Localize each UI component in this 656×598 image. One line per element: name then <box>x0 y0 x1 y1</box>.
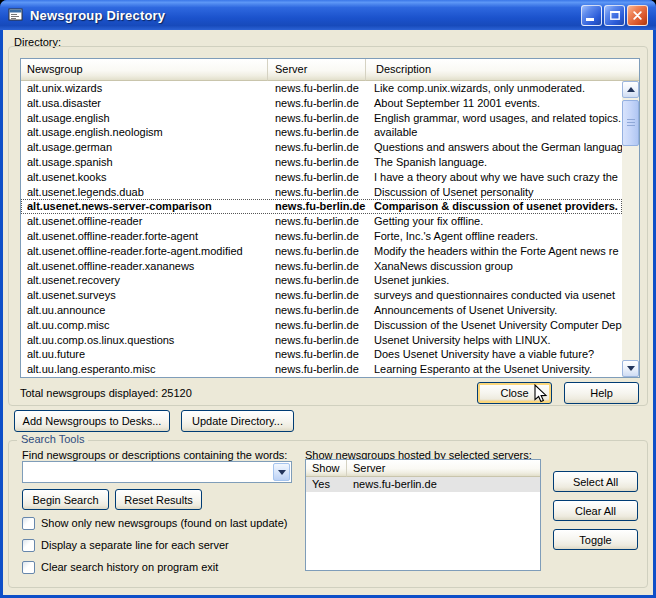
table-row[interactable]: alt.usenet.legends.duabnews.fu-berlin.de… <box>21 185 622 200</box>
cell-server: news.fu-berlin.de <box>268 347 366 362</box>
checkbox-unchecked-icon[interactable] <box>22 561 35 574</box>
maximize-button[interactable] <box>604 5 625 26</box>
table-row[interactable]: alt.uu.lang.esperanto.miscnews.fu-berlin… <box>21 362 622 377</box>
cell-server: news.fu-berlin.de <box>268 303 366 318</box>
cell-server: news.fu-berlin.de <box>268 333 366 348</box>
search-words-combobox[interactable] <box>22 461 292 483</box>
close-icon <box>633 11 642 20</box>
table-row[interactable]: alt.usenet.offline-readernews.fu-berlin.… <box>21 214 622 229</box>
search-words-input[interactable] <box>23 462 272 482</box>
app-icon <box>8 7 24 23</box>
search-tools-caption: Search Tools <box>17 433 88 445</box>
reset-results-button[interactable]: Reset Results <box>115 489 202 510</box>
cell-description: Usenet University helps with LINUX. <box>366 333 622 348</box>
column-header-show[interactable]: Show <box>306 460 347 477</box>
column-header-newsgroup[interactable]: Newsgroup <box>21 59 268 81</box>
maximize-icon <box>610 11 620 20</box>
cell-newsgroup: alt.usenet.offline-reader <box>21 214 268 229</box>
total-newsgroups-label: Total newsgroups displayed: 25120 <box>20 387 192 399</box>
cell-newsgroup: alt.usage.spanish <box>21 155 268 170</box>
cell-newsgroup: alt.unix.wizards <box>21 81 268 96</box>
table-row[interactable]: alt.unix.wizardsnews.fu-berlin.deLike co… <box>21 81 622 96</box>
scrollbar-thumb[interactable] <box>622 100 639 146</box>
combo-dropdown-button[interactable] <box>273 463 290 481</box>
checkbox-option[interactable]: Display a separate line for each server <box>22 538 287 552</box>
cell-server: news.fu-berlin.de <box>268 318 366 333</box>
cell-server: news.fu-berlin.de <box>268 273 366 288</box>
table-row[interactable]: alt.usenet.surveysnews.fu-berlin.desurve… <box>21 288 622 303</box>
vertical-scrollbar[interactable] <box>622 81 639 377</box>
cell-server: news.fu-berlin.de <box>268 229 366 244</box>
checkbox-unchecked-icon[interactable] <box>22 539 35 552</box>
table-row[interactable]: alt.usage.germannews.fu-berlin.deQuestio… <box>21 140 622 155</box>
cell-newsgroup: alt.usage.english.neologism <box>21 125 268 140</box>
newsgroup-directory-window: Newsgroup Directory Directory: Newsgroup… <box>0 0 656 598</box>
cell-newsgroup: alt.usa.disaster <box>21 96 268 111</box>
cell-newsgroup: alt.uu.comp.os.linux.questions <box>21 333 268 348</box>
checkbox-unchecked-icon[interactable] <box>22 517 35 530</box>
minimize-icon <box>586 18 594 21</box>
clear-all-button[interactable]: Clear All <box>553 500 638 521</box>
cell-description: Announcements of Usenet University. <box>366 303 622 318</box>
cell-newsgroup: alt.usenet.kooks <box>21 170 268 185</box>
table-row[interactable]: alt.usenet.offline-reader.xananewsnews.f… <box>21 259 622 274</box>
cell-description: Like comp.unix.wizards, only unmoderated… <box>366 81 622 96</box>
window-title: Newsgroup Directory <box>30 8 165 23</box>
scrollbar-track[interactable] <box>622 98 639 360</box>
find-words-label: Find newsgroups or descriptions containi… <box>22 449 287 461</box>
begin-search-button[interactable]: Begin Search <box>22 489 109 510</box>
server-row[interactable]: Yesnews.fu-berlin.de <box>306 477 540 492</box>
table-row[interactable]: alt.usage.englishnews.fu-berlin.deEnglis… <box>21 111 622 126</box>
server-list-body: Yesnews.fu-berlin.de <box>306 477 540 492</box>
cell-newsgroup: alt.uu.future <box>21 347 268 362</box>
cell-description: I have a theory about why we have such c… <box>366 170 622 185</box>
table-row[interactable]: alt.usa.disasternews.fu-berlin.deAbout S… <box>21 96 622 111</box>
table-row[interactable]: alt.uu.comp.miscnews.fu-berlin.deDiscuss… <box>21 318 622 333</box>
newsgroup-list-header: Newsgroup Server Description <box>21 59 639 81</box>
scroll-down-button[interactable] <box>622 360 639 377</box>
cell-server: news.fu-berlin.de <box>268 362 366 377</box>
cell-description: Modify the headers within the Forte Agen… <box>366 244 622 259</box>
minimize-button[interactable] <box>581 5 602 26</box>
column-header-server[interactable]: Server <box>268 59 366 81</box>
cell-server: news.fu-berlin.de <box>268 259 366 274</box>
cell-description: Discussion of the Usenet University Comp… <box>366 318 622 333</box>
table-row[interactable]: alt.usage.english.neologismnews.fu-berli… <box>21 125 622 140</box>
table-row-selected[interactable]: alt.usenet.news-server-comparisonnews.fu… <box>21 199 622 214</box>
toggle-button[interactable]: Toggle <box>553 529 638 550</box>
cell-newsgroup: alt.usenet.offline-reader.xananews <box>21 259 268 274</box>
table-row[interactable]: alt.usenet.offline-reader.forte-agentnew… <box>21 229 622 244</box>
close-button[interactable]: Close <box>477 382 552 404</box>
scroll-up-button[interactable] <box>622 81 639 98</box>
cell-description: Discussion of Usenet personality <box>366 185 622 200</box>
cell-server: news.fu-berlin.de <box>268 96 366 111</box>
titlebar[interactable]: Newsgroup Directory <box>0 0 656 30</box>
select-all-button[interactable]: Select All <box>553 471 638 492</box>
cell-server-name: news.fu-berlin.de <box>347 477 540 492</box>
table-row[interactable]: alt.usenet.kooksnews.fu-berlin.deI have … <box>21 170 622 185</box>
update-directory-button[interactable]: Update Directory... <box>181 410 294 432</box>
cell-description: Learning Esperanto at the Usenet Univers… <box>366 362 622 377</box>
cell-description: Questions and answers about the German l… <box>366 140 622 155</box>
checkbox-option[interactable]: Show only new newsgroups (found on last … <box>22 516 287 530</box>
table-row[interactable]: alt.usenet.recoverynews.fu-berlin.deUsen… <box>21 273 622 288</box>
cell-newsgroup: alt.usenet.legends.duab <box>21 185 268 200</box>
table-row[interactable]: alt.uu.comp.os.linux.questionsnews.fu-be… <box>21 333 622 348</box>
help-button[interactable]: Help <box>564 382 639 404</box>
column-header-description[interactable]: Description <box>366 59 639 81</box>
scroll-down-icon <box>627 366 635 371</box>
cell-description: Does Usenet University have a viable fut… <box>366 347 622 362</box>
cell-server: news.fu-berlin.de <box>268 111 366 126</box>
table-row[interactable]: alt.uu.announcenews.fu-berlin.deAnnounce… <box>21 303 622 318</box>
add-newsgroups-button[interactable]: Add Newsgroups to Desks... <box>14 410 170 432</box>
column-header-server-name[interactable]: Server <box>347 460 540 477</box>
cell-newsgroup: alt.usage.german <box>21 140 268 155</box>
table-row[interactable]: alt.uu.futurenews.fu-berlin.deDoes Usene… <box>21 347 622 362</box>
table-row[interactable]: alt.usage.spanishnews.fu-berlin.deThe Sp… <box>21 155 622 170</box>
table-row[interactable]: alt.usenet.offline-reader.forte-agent.mo… <box>21 244 622 259</box>
checkbox-option[interactable]: Clear search history on program exit <box>22 560 287 574</box>
cell-newsgroup: alt.usenet.offline-reader.forte-agent.mo… <box>21 244 268 259</box>
close-window-button[interactable] <box>627 5 648 26</box>
cell-server: news.fu-berlin.de <box>268 214 366 229</box>
cell-show: Yes <box>306 477 347 492</box>
